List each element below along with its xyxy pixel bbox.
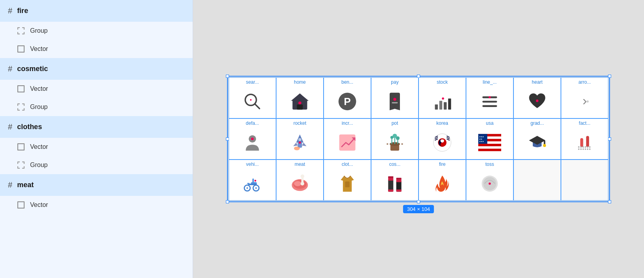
icon-label-search: sear... [231,79,274,85]
icon-cell-increase[interactable]: incr... [324,118,371,160]
sidebar-section-meat-label: meat [17,181,34,189]
sidebar-item-fire-group-label: Group [30,27,47,34]
icon-cell-benefits[interactable]: ben... P [324,77,371,118]
sidebar-item-clothes-vector[interactable]: Vector [0,138,193,156]
sidebar-item-clothes-group[interactable]: Group [0,156,193,174]
canvas-area: sear... home [193,0,644,278]
icon-cell-search[interactable]: sear... [229,77,276,118]
svg-rect-10 [392,102,398,103]
icon-cell-empty-1 [513,160,561,201]
icon-label-cosmetic: cos... [373,162,417,167]
svg-marker-27 [293,143,297,146]
svg-point-29 [298,138,301,141]
icon-cell-heart[interactable]: heart [513,77,561,118]
sidebar-item-cosmetic-vector[interactable]: Vector [0,80,193,98]
icon-cell-usa[interactable]: usa ★★★ ★★ ★★★ [466,118,513,160]
handle-bottom-right[interactable] [608,200,611,203]
icon-cell-korea[interactable]: korea [419,118,466,160]
icon-cell-fire[interactable]: fire [419,160,466,201]
icon-cell-line-menu[interactable]: line_... [466,77,513,118]
icon-cell-clothes[interactable]: clot... [324,160,371,201]
icon-cell-factory[interactable]: fact... [561,118,608,160]
sidebar-section-cosmetic[interactable]: # cosmetic [0,58,193,80]
icon-img-pay [373,86,417,117]
sidebar-section-clothes[interactable]: # clothes [0,116,193,138]
icon-cell-pay[interactable]: pay [371,77,419,118]
toss-svg [479,173,500,194]
arrow-svg: › [574,91,595,112]
solid-icon-cosmetic-vector [17,85,25,92]
svg-point-15 [442,98,444,100]
svg-point-92 [301,175,304,178]
svg-text:★★★: ★★★ [479,140,484,143]
sidebar-section-meat[interactable]: # meat [0,174,193,196]
svg-text:★★: ★★ [479,138,483,140]
icon-cell-toss[interactable]: toss [466,160,513,201]
icon-label-usa: usa [468,120,511,126]
svg-point-20 [536,100,539,102]
svg-point-68 [580,148,582,150]
svg-rect-13 [444,102,447,110]
icon-label-heart: heart [515,79,559,85]
icon-img-increase [326,127,369,158]
icon-cell-vehicle[interactable]: vehi... [229,160,276,201]
factory-svg [574,132,595,153]
svg-point-31 [299,141,301,144]
handle-bottom-left[interactable] [226,200,229,203]
svg-point-87 [254,180,256,182]
icon-img-stock [420,86,464,117]
handle-right-mid[interactable] [608,137,611,141]
line-menu-svg [479,91,500,112]
svg-point-1 [250,99,252,101]
handle-top-right[interactable] [608,75,611,78]
svg-point-77 [587,146,589,148]
hash-icon-clothes: # [8,122,12,131]
sidebar-section-fire[interactable]: # fire [0,0,193,22]
sidebar-item-fire-vector-label: Vector [30,45,48,53]
icon-cell-cosmetic[interactable]: cos... [371,160,419,201]
icon-cell-graduation[interactable]: grad... [513,118,561,160]
solid-icon-clothes-vector [17,143,25,150]
sidebar-item-cosmetic-group[interactable]: Group [0,98,193,116]
icon-cell-stock[interactable]: stock [419,77,466,118]
icon-cell-default[interactable]: defa... [229,118,276,160]
svg-point-74 [580,146,582,148]
stock-svg [432,91,453,112]
svg-text:★★★: ★★★ [479,135,484,138]
svg-point-90 [294,181,301,186]
svg-text:P: P [344,96,350,107]
pay-svg [385,91,405,112]
sidebar-item-fire-group[interactable]: Group [0,22,193,40]
icon-cell-arrow[interactable]: arro... › [561,77,608,118]
sidebar-item-cosmetic-vector-label: Vector [30,85,48,92]
svg-rect-6 [297,105,303,110]
svg-point-73 [578,146,580,148]
svg-point-85 [246,187,248,189]
icon-label-arrow: arro... [563,79,606,85]
icon-grid: sear... home [229,77,608,201]
vehicle-svg [242,173,263,194]
svg-point-5 [298,101,301,104]
svg-rect-65 [580,138,583,147]
icon-label-pay: pay [373,79,417,85]
sidebar-item-meat-vector[interactable]: Vector [0,196,193,214]
svg-rect-18 [482,105,497,107]
svg-point-93 [301,182,304,186]
svg-point-70 [585,148,586,150]
icon-label-vehicle: vehi... [231,162,274,167]
icon-label-korea: korea [420,120,464,126]
svg-rect-97 [388,177,393,178]
icon-cell-rocket[interactable]: rocket [276,118,324,160]
icon-cell-meat[interactable]: meat [276,160,324,201]
cosmetic-svg [385,173,405,194]
icon-cell-pot[interactable]: pot [371,118,419,160]
icon-label-toss: toss [468,162,511,167]
icon-cell-home[interactable]: home [276,77,324,118]
icon-img-heart [515,86,559,117]
hash-icon-meat: # [8,180,12,190]
sidebar-item-fire-vector[interactable]: Vector [0,40,193,58]
icon-img-home [278,86,322,117]
handle-bottom-mid[interactable] [417,200,420,203]
icon-img-meat [278,168,322,199]
icon-label-line-menu: line_... [468,79,511,85]
